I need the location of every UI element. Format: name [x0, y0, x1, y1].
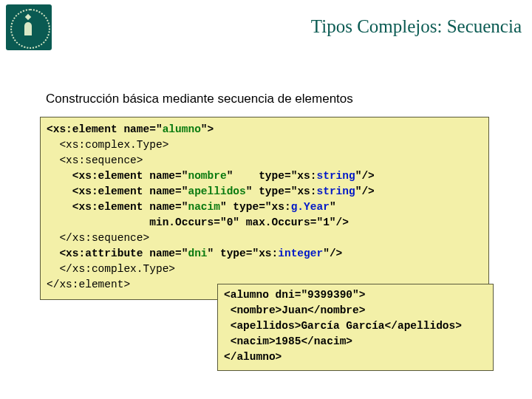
code-line: <xs:element name="apellidos" type="xs:st…: [47, 185, 375, 197]
code-line: min.Occurs="0" max.Occurs="1"/>: [47, 216, 349, 228]
code-line: <nacim>1985</nacim>: [224, 335, 352, 347]
code-line: </xs:complex.Type>: [47, 263, 175, 275]
code-line: <nombre>Juan</nombre>: [224, 304, 365, 316]
code-line: <apellidos>García García</apellidos>: [224, 320, 462, 332]
code-line: <xs:element name="nacim" type="xs:g.Year…: [47, 201, 336, 213]
code-line: </alumno>: [224, 351, 282, 363]
logo-badge: [6, 4, 52, 50]
instance-code-box: <alumno dni="9399390"> <nombre>Juan</nom…: [217, 284, 494, 371]
code-line: <xs:element name="nombre" type="xs:strin…: [47, 170, 375, 182]
page-subtitle: Construcción básica mediante secuencia d…: [46, 92, 353, 106]
schema-code-box: <xs:element name="alumno"> <xs:complex.T…: [40, 117, 489, 300]
code-line: <xs:sequence>: [47, 154, 143, 166]
page-title: Tipos Complejos: Secuencia: [311, 16, 522, 37]
code-line: <xs:attribute name="dni" type="xs:intege…: [47, 248, 342, 259]
code-line: </xs:sequence>: [47, 232, 149, 244]
code-line: </xs:element>: [47, 279, 130, 290]
code-line: <xs:element name="alumno">: [47, 123, 214, 135]
logo-glyph: [21, 15, 35, 41]
code-line: <xs:complex.Type>: [47, 139, 168, 151]
code-line: <alumno dni="9399390">: [224, 289, 365, 301]
